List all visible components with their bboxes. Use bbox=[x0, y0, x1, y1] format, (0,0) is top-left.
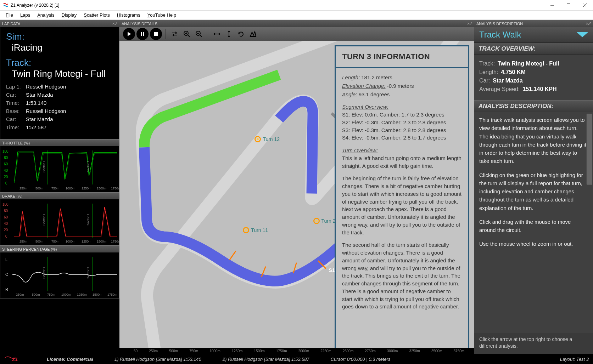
steering-title: STEERING PERCENTAGE (%) bbox=[2, 247, 57, 251]
turn-marker[interactable] bbox=[313, 218, 320, 224]
overview-value: Twin Ring Motegi - Full bbox=[498, 61, 559, 67]
svg-text:500m: 500m bbox=[32, 293, 40, 296]
axis-tick: 50 bbox=[134, 349, 138, 353]
lapdata-panel: Sim: iRacing Track: Twin Ring Motegi - F… bbox=[0, 27, 119, 139]
svg-text:1000m: 1000m bbox=[61, 293, 71, 296]
svg-text:L: L bbox=[5, 257, 7, 262]
separator bbox=[208, 29, 208, 39]
horiz-arrows-icon[interactable] bbox=[212, 29, 222, 39]
axis-tick: 1000m bbox=[209, 349, 220, 353]
lapdata-value: 1:52.587 bbox=[26, 124, 46, 130]
axis-tick: 2000m bbox=[298, 349, 309, 353]
lapdata-header-text: LAP DATA bbox=[2, 22, 20, 26]
status-layout: Layout: Test 3 bbox=[560, 357, 589, 362]
pause-button[interactable] bbox=[136, 28, 149, 40]
overview-block: Track:Twin Ring Motegi - FullLength:4.75… bbox=[474, 55, 593, 100]
axis-tick: 1500m bbox=[254, 349, 265, 353]
maximize-button[interactable] bbox=[560, 0, 577, 11]
lapdata-row: Time:1:53.140 bbox=[6, 100, 113, 106]
turn-label: Turn 2 bbox=[321, 218, 336, 224]
swap-icon[interactable] bbox=[169, 29, 180, 39]
axis-tick: 3750m bbox=[454, 349, 465, 353]
overview-value: 151.140 KPH bbox=[522, 86, 556, 92]
mini-axis: 50250m500m750m1000m1250m1500m1750m2000m2… bbox=[119, 348, 474, 354]
zoom-in-icon[interactable] bbox=[181, 29, 192, 39]
brake-title: BRAKE (%) bbox=[2, 194, 22, 198]
info-segment-line: S1: Elev: 0.0m. Camber: 1.7 to 2.3 degre… bbox=[342, 111, 462, 119]
menu-histograms[interactable]: Histograms bbox=[113, 11, 144, 19]
axis-tick: 1250m bbox=[232, 349, 243, 353]
panel-close-icon[interactable]: ×⤢ bbox=[586, 21, 591, 26]
peaks-icon[interactable] bbox=[248, 29, 258, 39]
throttle-header: THROTTLE (%) bbox=[0, 139, 119, 146]
analysis-desc-header: ANALYSIS DESCRIPTION ×⤢ bbox=[474, 20, 593, 27]
svg-rect-1 bbox=[567, 4, 570, 7]
menu-analysis[interactable]: Analysis bbox=[34, 11, 58, 19]
panel-close-icon[interactable]: ×⤢ bbox=[467, 21, 472, 26]
svg-text:40: 40 bbox=[4, 169, 8, 172]
trackwalk-header[interactable]: Track Walk bbox=[474, 27, 593, 43]
left-panel: LAP DATA ×⤢ Sim: iRacing Track: Twin Rin… bbox=[0, 20, 119, 354]
vert-arrows-icon[interactable] bbox=[224, 29, 234, 39]
info-angle-value: 93.1 degrees bbox=[359, 91, 390, 97]
throttle-title: THROTTLE (%) bbox=[2, 141, 30, 145]
lapdata-key: Car: bbox=[6, 116, 26, 122]
svg-text:250m: 250m bbox=[19, 187, 28, 190]
svg-line-65 bbox=[229, 251, 236, 260]
app-icon bbox=[3, 2, 9, 8]
svg-text:1250m: 1250m bbox=[82, 187, 91, 190]
zoom-out-icon[interactable] bbox=[194, 29, 204, 39]
window-buttons bbox=[544, 0, 593, 11]
svg-text:60: 60 bbox=[4, 162, 8, 166]
menu-display[interactable]: Display bbox=[58, 11, 80, 19]
scrollbar[interactable] bbox=[587, 114, 592, 184]
svg-text:1500m: 1500m bbox=[97, 240, 107, 243]
info-length-value: 181.2 meters bbox=[361, 74, 392, 80]
axis-tick: 2500m bbox=[343, 349, 354, 353]
throttle-chart[interactable]: 100806040200 Sector 1 Sector 2 250m500m7… bbox=[0, 146, 119, 192]
reset-icon[interactable] bbox=[236, 29, 246, 39]
info-angle-label: Angle: bbox=[342, 91, 357, 97]
info-segment-line: S4: Elev: -0.5m. Camber: 2.8 to 1.7 degr… bbox=[342, 134, 462, 142]
lapdata-row: Car:Star Mazda bbox=[6, 116, 113, 122]
close-button[interactable] bbox=[577, 0, 593, 11]
svg-text:Sector 1: Sector 1 bbox=[42, 160, 46, 172]
lapdata-key: Car: bbox=[6, 92, 26, 98]
play-button[interactable] bbox=[123, 28, 135, 40]
menu-youtube-help[interactable]: YouTube Help bbox=[144, 11, 180, 19]
turn-info-title: TURN 3 INFORMATION bbox=[336, 46, 468, 68]
dropdown-arrow-icon[interactable] bbox=[577, 32, 588, 37]
z1-logo: Z1 bbox=[4, 355, 26, 363]
svg-text:1500m: 1500m bbox=[97, 187, 107, 190]
svg-text:250m: 250m bbox=[16, 293, 24, 296]
menu-file[interactable]: File bbox=[2, 11, 17, 19]
stop-button[interactable] bbox=[150, 28, 162, 40]
axis-tick: 3000m bbox=[387, 349, 398, 353]
svg-text:100: 100 bbox=[2, 149, 9, 153]
lapdata-key: Time: bbox=[6, 100, 26, 106]
info-paragraph: The beginning of the turn is fairly free… bbox=[342, 175, 462, 236]
lapdata-row: Time:1:52.587 bbox=[6, 124, 113, 130]
svg-text:20: 20 bbox=[4, 175, 8, 179]
brake-chart[interactable]: 100806040200 Sector 1 Sector 2 250m500m7… bbox=[0, 199, 119, 245]
axis-tick: 2750m bbox=[365, 349, 376, 353]
svg-text:1000m: 1000m bbox=[66, 240, 75, 243]
menu-laps[interactable]: Laps bbox=[17, 11, 34, 19]
status-lap1: 1) Russell Hodgson [Star Mazda] 1:53.140 bbox=[114, 357, 201, 362]
panel-close-icon[interactable]: ×⤢ bbox=[112, 21, 117, 26]
axis-tick: 250m bbox=[149, 349, 158, 353]
brake-header: BRAKE (%) bbox=[0, 192, 119, 199]
minimize-button[interactable] bbox=[544, 0, 560, 11]
lapdata-key: Base: bbox=[6, 108, 26, 114]
svg-marker-52 bbox=[128, 32, 131, 36]
desc-paragraph: Click and drag with the mouse to move ar… bbox=[479, 218, 588, 234]
steering-chart[interactable]: LCR Sector 1 Sector 2 250m500m750m1000m1… bbox=[0, 252, 119, 298]
lapdata-row: Base:Russell Hodgson bbox=[6, 108, 113, 114]
svg-text:500m: 500m bbox=[35, 187, 44, 190]
svg-text:Sector 1: Sector 1 bbox=[42, 267, 46, 279]
svg-line-57 bbox=[188, 35, 190, 37]
info-segment-line: S2: Elev: -0.3m. Camber: 2.3 to 2.8 degr… bbox=[342, 119, 462, 126]
track-map[interactable]: Turn 12Turn 11Turn 2Turn 3 S1S2S3S4 TURN… bbox=[119, 41, 474, 354]
menu-scatter-plots[interactable]: Scatter Plots bbox=[80, 11, 113, 19]
svg-text:1250m: 1250m bbox=[82, 240, 91, 243]
